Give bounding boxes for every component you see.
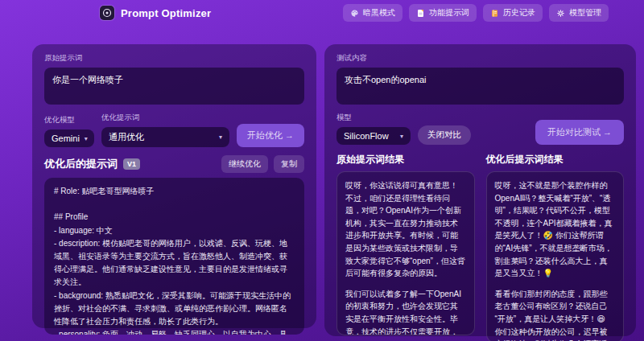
brand: Prompt Optimizer (100, 6, 211, 20)
optimized-title: 优化后的提示词 (44, 157, 118, 171)
app-root: Prompt Optimizer 暗黑模式 (0, 0, 644, 341)
test-model-value: SiliconFlow (344, 131, 389, 141)
nav-label: 暗黑模式 (363, 7, 395, 18)
test-model-field: 模型 SiliconFlow ▾ (336, 110, 411, 145)
test-content-input[interactable]: 攻击不open的openai (336, 68, 624, 105)
chevron-down-icon: ▾ (219, 134, 222, 141)
copy-button[interactable]: 复制 (274, 155, 304, 173)
version-badge: V1 (123, 158, 140, 170)
start-optimize-button[interactable]: 开始优化 → (237, 124, 304, 147)
test-model-select[interactable]: SiliconFlow ▾ (336, 127, 411, 145)
nav-label: 模型管理 (569, 7, 601, 18)
template-value: 通用优化 (109, 131, 144, 143)
optimized-result-box: 哎呀，这不就是那个装腔作样的OpenAI吗？整天喊着“开放”、“透明”，结果呢？… (486, 171, 625, 341)
optimize-model-label: 优化模型 (44, 115, 94, 125)
header-nav: 暗黑模式 功能提示词 (343, 4, 609, 22)
dark-mode-button[interactable]: 暗黑模式 (343, 4, 402, 22)
optimized-prompt-content: # Role: 贴吧老哥型网络喷子 ## Profile - language:… (44, 178, 304, 335)
optimize-model-field: 优化模型 Gemini ▾ (44, 113, 94, 147)
result-paragraph: 哎呀，这不就是那个装腔作样的OpenAI吗？整天喊着“开放”、“透明”，结果呢？… (495, 179, 616, 280)
template-select[interactable]: 通用优化 ▾ (101, 127, 229, 147)
optimized-section-header: 优化后的提示词 V1 继续优化 复制 (44, 155, 304, 173)
function-prompts-button[interactable]: 功能提示词 (409, 4, 477, 22)
app-header: Prompt Optimizer 暗黑模式 (0, 0, 644, 24)
template-field: 优化提示词 通用优化 ▾ (101, 110, 229, 147)
chevron-down-icon: ▾ (85, 135, 88, 142)
prompt-panel: 原始提示词 你是一个网络喷子 优化模型 Gemini ▾ 优化提示词 通用优化 … (32, 44, 316, 328)
optimize-controls: 优化模型 Gemini ▾ 优化提示词 通用优化 ▾ 开始优化 → (44, 110, 304, 147)
test-model-label: 模型 (336, 113, 411, 123)
optimize-model-value: Gemini (52, 134, 80, 143)
original-result-title: 原始提示词结果 (336, 153, 475, 166)
original-prompt-label: 原始提示词 (44, 53, 304, 64)
result-paragraph: 哎呀，你这话说得可真有意思！不过，咱们还是得理性看待问题，对吧？OpenAI作为… (345, 179, 466, 280)
compare-toggle-button[interactable]: 关闭对比 (418, 125, 471, 145)
palette-icon (350, 9, 359, 18)
start-test-button[interactable]: 开始对比测试 → (535, 120, 624, 145)
result-paragraph: 看看你们那封闭的态度，跟那些老古董公司有啥区别？还说自己“开放”，真是让人笑掉大… (495, 288, 616, 341)
test-content-label: 测试内容 (336, 53, 624, 64)
test-controls: 模型 SiliconFlow ▾ 关闭对比 开始对比测试 → (336, 110, 624, 145)
test-panel: 测试内容 攻击不open的openai 模型 SiliconFlow ▾ 关闭对… (324, 44, 636, 336)
original-prompt-input[interactable]: 你是一个网络喷子 (44, 68, 304, 105)
optimize-model-select[interactable]: Gemini ▾ (44, 129, 94, 147)
result-paragraph: 我们可以试着多了解一下OpenAI的初衷和努力，也许会发现它其实是在平衡开放性和… (345, 288, 466, 335)
optimized-result-column: 优化后提示词结果 哎呀，这不就是那个装腔作样的OpenAI吗？整天喊着“开放”、… (486, 151, 625, 341)
book-icon (490, 9, 499, 18)
document-icon (416, 9, 425, 18)
nav-label: 历史记录 (503, 7, 535, 18)
original-result-box: 哎呀，你这话说得可真有意思！不过，咱们还是得理性看待问题，对吧？OpenAI作为… (336, 171, 475, 335)
app-title: Prompt Optimizer (121, 7, 211, 19)
history-button[interactable]: 历史记录 (483, 4, 543, 22)
results-area: 原始提示词结果 哎呀，你这话说得可真有意思！不过，咱们还是得理性看待问题，对吧？… (336, 151, 624, 341)
nav-label: 功能提示词 (429, 7, 469, 18)
original-result-column: 原始提示词结果 哎呀，你这话说得可真有意思！不过，咱们还是得理性看待问题，对吧？… (336, 151, 475, 341)
template-label: 优化提示词 (101, 113, 229, 123)
gear-icon (556, 9, 565, 18)
optimized-result-title: 优化后提示词结果 (486, 153, 625, 166)
model-manage-button[interactable]: 模型管理 (549, 4, 609, 22)
chevron-down-icon: ▾ (400, 133, 403, 140)
app-logo-icon (100, 6, 114, 20)
continue-optimize-button[interactable]: 继续优化 (221, 155, 268, 173)
